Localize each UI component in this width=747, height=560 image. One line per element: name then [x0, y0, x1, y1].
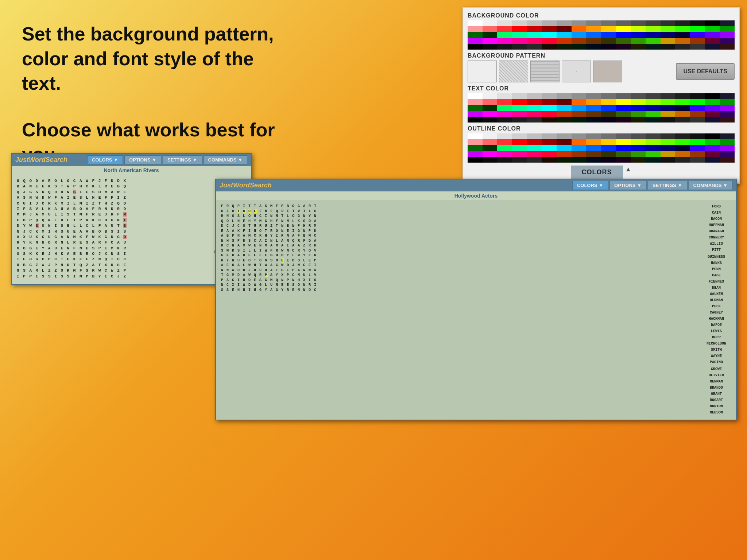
color-swatch[interactable] — [497, 145, 512, 151]
color-swatch[interactable] — [601, 151, 616, 157]
color-swatch[interactable] — [690, 139, 705, 145]
color-swatch[interactable] — [497, 111, 512, 117]
color-swatch[interactable] — [720, 133, 735, 139]
color-swatch[interactable] — [512, 111, 527, 117]
color-swatch[interactable] — [690, 117, 705, 122]
color-swatch[interactable] — [661, 32, 676, 38]
color-swatch[interactable] — [661, 26, 676, 32]
color-swatch[interactable] — [675, 26, 690, 32]
color-swatch[interactable] — [468, 32, 483, 38]
color-swatch[interactable] — [527, 145, 542, 151]
color-swatch[interactable] — [690, 32, 705, 38]
ws1-tab-colors[interactable]: COLORS ▼ — [87, 155, 123, 164]
color-swatch[interactable] — [468, 38, 483, 44]
color-swatch[interactable] — [483, 99, 498, 105]
ws2-tab-settings[interactable]: SETTINGS ▼ — [648, 181, 687, 190]
color-swatch[interactable] — [468, 111, 483, 117]
color-swatch[interactable] — [542, 133, 557, 139]
color-swatch[interactable] — [572, 44, 587, 50]
color-swatch[interactable] — [572, 139, 587, 145]
color-swatch[interactable] — [557, 38, 572, 44]
color-swatch[interactable] — [601, 117, 616, 122]
color-swatch[interactable] — [586, 26, 601, 32]
color-swatch[interactable] — [661, 117, 676, 122]
color-swatch[interactable] — [557, 133, 572, 139]
ws2-tabs[interactable]: COLORS ▼ OPTIONS ▼ SETTINGS ▼ COMMANDS ▼ — [572, 181, 732, 190]
color-swatch[interactable] — [586, 145, 601, 151]
color-swatch[interactable] — [601, 38, 616, 44]
color-swatch[interactable] — [720, 157, 735, 163]
color-swatch[interactable] — [527, 99, 542, 105]
color-swatch[interactable] — [601, 32, 616, 38]
color-swatch[interactable] — [483, 38, 498, 44]
colors-tab-button[interactable]: COLORS — [571, 166, 623, 179]
color-swatch[interactable] — [616, 157, 631, 163]
color-swatch[interactable] — [705, 117, 720, 122]
color-swatch[interactable] — [720, 32, 735, 38]
color-swatch[interactable] — [483, 133, 498, 139]
color-swatch[interactable] — [720, 99, 735, 105]
color-swatch[interactable] — [512, 151, 527, 157]
color-swatch[interactable] — [512, 117, 527, 122]
color-swatch[interactable] — [720, 38, 735, 44]
color-swatch[interactable] — [483, 151, 498, 157]
color-swatch[interactable] — [705, 26, 720, 32]
color-swatch[interactable] — [527, 105, 542, 111]
color-swatch[interactable] — [720, 105, 735, 111]
color-swatch[interactable] — [601, 44, 616, 50]
color-swatch[interactable] — [497, 44, 512, 50]
color-swatch[interactable] — [542, 99, 557, 105]
use-defaults-button[interactable]: USE DEFAULTS — [676, 63, 735, 80]
color-swatch[interactable] — [705, 99, 720, 105]
color-swatch[interactable] — [483, 145, 498, 151]
color-swatch[interactable] — [690, 133, 705, 139]
color-swatch[interactable] — [468, 26, 483, 32]
color-swatch[interactable] — [497, 32, 512, 38]
color-swatch[interactable] — [616, 99, 631, 105]
text-color-grid[interactable] — [468, 93, 735, 122]
color-swatch[interactable] — [631, 117, 646, 122]
color-swatch[interactable] — [483, 157, 498, 163]
color-swatch[interactable] — [483, 105, 498, 111]
color-swatch[interactable] — [675, 111, 690, 117]
color-swatch[interactable] — [631, 26, 646, 32]
color-swatch[interactable] — [527, 157, 542, 163]
pattern-gray4[interactable] — [593, 61, 622, 82]
color-swatch[interactable] — [483, 93, 498, 99]
color-swatch[interactable] — [572, 151, 587, 157]
color-swatch[interactable] — [483, 20, 498, 26]
color-swatch[interactable] — [483, 117, 498, 122]
color-swatch[interactable] — [705, 44, 720, 50]
color-swatch[interactable] — [661, 139, 676, 145]
color-swatch[interactable] — [586, 20, 601, 26]
color-swatch[interactable] — [720, 139, 735, 145]
color-swatch[interactable] — [601, 99, 616, 105]
color-swatch[interactable] — [646, 145, 661, 151]
color-swatch[interactable] — [572, 133, 587, 139]
color-swatch[interactable] — [586, 38, 601, 44]
pattern-white[interactable] — [468, 61, 497, 82]
color-swatch[interactable] — [616, 93, 631, 99]
color-swatch[interactable] — [468, 20, 483, 26]
color-swatch[interactable] — [542, 145, 557, 151]
color-swatch[interactable] — [675, 139, 690, 145]
color-swatch[interactable] — [631, 20, 646, 26]
color-swatch[interactable] — [572, 93, 587, 99]
color-swatch[interactable] — [646, 111, 661, 117]
color-swatch[interactable] — [468, 117, 483, 122]
ws1-tab-options[interactable]: OPTIONS ▼ — [124, 155, 161, 164]
color-swatch[interactable] — [557, 26, 572, 32]
color-swatch[interactable] — [527, 151, 542, 157]
color-swatch[interactable] — [720, 117, 735, 122]
color-swatch[interactable] — [586, 117, 601, 122]
color-swatch[interactable] — [646, 93, 661, 99]
color-swatch[interactable] — [527, 44, 542, 50]
color-swatch[interactable] — [586, 157, 601, 163]
color-swatch[interactable] — [572, 26, 587, 32]
color-swatch[interactable] — [720, 151, 735, 157]
color-swatch[interactable] — [497, 151, 512, 157]
color-swatch[interactable] — [661, 99, 676, 105]
color-swatch[interactable] — [601, 157, 616, 163]
pattern-gray1[interactable] — [499, 61, 528, 82]
color-swatch[interactable] — [646, 99, 661, 105]
